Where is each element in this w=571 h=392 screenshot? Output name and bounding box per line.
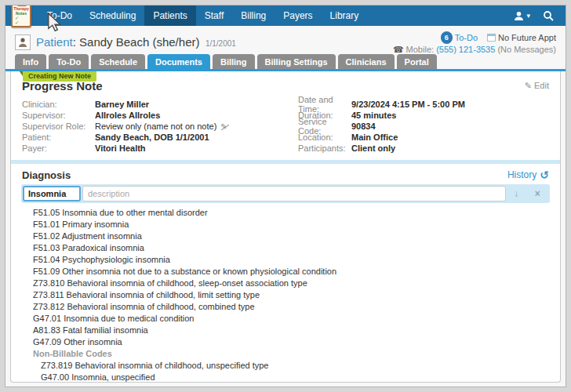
field-label: Supervisor Role: [22, 122, 95, 131]
field-label: Patient: [22, 132, 95, 142]
field-label: Payer: [22, 143, 95, 153]
edit-note-button[interactable]: ✎Edit [525, 81, 549, 91]
diagnosis-title: Diagnosis [22, 169, 71, 181]
diagnosis-results-list: F51.05 Insomnia due to other mental diso… [11, 203, 560, 347]
messages-label: (No Messages) [497, 45, 556, 54]
edit-pencil-icon: ✎ [525, 81, 532, 90]
non-billable-codes-header: Non-Billable Codes [11, 347, 560, 359]
diagnosis-result-item[interactable]: G47.09 Other insomnia [11, 336, 560, 347]
diagnosis-result-item[interactable]: G47.01 Insomnia due to medical condition [11, 312, 560, 324]
creating-new-note-badge: Creating New Note [23, 71, 96, 82]
patient-label: Patient [36, 35, 73, 49]
user-menu-button[interactable]: ▾ [514, 11, 530, 21]
field-value: Sandy Beach, DOB 1/1/2001 [95, 132, 209, 142]
tab-schedule[interactable]: Schedule [91, 54, 145, 69]
app-window: Therapy Notes ✓✓ To-Do Scheduling Patien… [5, 5, 566, 387]
remove-diagnosis-button[interactable]: × [535, 189, 540, 198]
person-icon [17, 37, 28, 48]
patient-dob: 1/1/2001 [205, 39, 236, 48]
diagnosis-result-item[interactable]: G47.00 Insomnia, unspecified [11, 371, 560, 383]
nav-item-library[interactable]: Library [322, 5, 368, 26]
progress-note-panel: Creating New Note Progress Note ✎Edit Cl… [10, 71, 561, 383]
nav-item-patients[interactable]: Patients [144, 5, 195, 26]
patient-header: Patient: Sandy Beach (she/her) 1/1/2001 … [5, 26, 566, 53]
note-field-participants: Participants: Client only [298, 143, 549, 154]
calendar-icon [487, 34, 496, 42]
search-icon[interactable] [543, 10, 554, 21]
note-field-location: Location: Main Office [298, 132, 549, 143]
field-value: Main Office [351, 132, 398, 142]
field-value: 9/23/2024 4:15 PM - 5:00 PM [351, 100, 465, 109]
field-label: Clinician: [22, 100, 95, 109]
field-value: Barney Miller [95, 100, 149, 109]
field-label: Participants: [298, 143, 351, 153]
tab-billing-settings[interactable]: Billing Settings [257, 54, 336, 69]
phone-icon: ☎ [393, 45, 404, 54]
tab-documents[interactable]: Documents [147, 54, 210, 69]
diagnosis-result-item[interactable]: F51.02 Adjustment insomnia [11, 230, 560, 241]
no-future-appt-label: No Future Appt [498, 33, 556, 42]
note-field-date-and-time: Date and Time: 9/23/2024 4:15 PM - 5:00 … [298, 99, 549, 110]
diagnosis-result-item[interactable]: F51.05 Insomnia due to other mental diso… [11, 206, 560, 218]
note-fields-left: Clinician: Barney Miller Supervisor: All… [22, 99, 298, 154]
note-field-supervisor-role: Supervisor Role: Review only (name not o… [22, 121, 298, 132]
move-down-button[interactable]: ↓ [514, 189, 518, 198]
patient-avatar [15, 34, 31, 50]
tab-to-do[interactable]: To-Do [49, 54, 89, 69]
diagnosis-result-item[interactable]: F51.01 Primary insomnia [11, 218, 560, 230]
field-label: Location: [298, 132, 351, 142]
note-field-clinician: Clinician: Barney Miller [22, 99, 298, 110]
diagnosis-result-item[interactable]: F51.04 Psychophysiologic insomnia [11, 253, 560, 265]
non-billable-results-list: Z73.819 Behavioral insomnia of childhood… [11, 359, 560, 383]
close-icon: × [535, 188, 540, 199]
note-field-supervisor: Supervisor: Allroles Allroles [22, 110, 298, 121]
nav-item-scheduling[interactable]: Scheduling [81, 5, 144, 26]
nav-item-billing[interactable]: Billing [232, 5, 275, 26]
user-icon [514, 11, 524, 21]
todo-link[interactable]: 6To-Do [441, 33, 478, 42]
note-fields-right: Date and Time: 9/23/2024 4:15 PM - 5:00 … [298, 99, 549, 154]
field-value: Client only [351, 143, 395, 153]
patient-identity: Patient: Sandy Beach (she/her) 1/1/2001 [15, 31, 236, 53]
mobile-number-link[interactable]: (555) 121-3535 [436, 45, 495, 54]
tab-clinicians[interactable]: Clinicians [338, 54, 395, 69]
patient-tabs: Info To-Do Schedule Documents Billing Bi… [15, 54, 566, 69]
diagnosis-result-item[interactable]: Z73.811 Behavioral insomnia of childhood… [11, 289, 560, 300]
diagnosis-header: Diagnosis History ↺ [11, 164, 560, 184]
diagnosis-result-item[interactable]: Z73.810 Behavioral insomnia of childhood… [11, 277, 560, 289]
therapynotes-logo[interactable]: Therapy Notes ✓✓ [11, 5, 31, 27]
note-field-service-code: Service Code: 90834 [298, 121, 549, 132]
tab-billing[interactable]: Billing [213, 54, 255, 69]
diagnosis-result-item[interactable]: F51.09 Other insomnia not due to a subst… [11, 265, 560, 277]
note-summary-fields: Clinician: Barney Miller Supervisor: All… [11, 95, 560, 160]
field-value: Allroles Allroles [95, 111, 160, 120]
note-field-patient: Patient: Sandy Beach, DOB 1/1/2001 [22, 132, 298, 143]
diagnosis-description-input[interactable] [82, 186, 506, 201]
diagnosis-search-row: ↓ × [21, 184, 550, 203]
history-icon: ↺ [540, 169, 549, 181]
field-value: Review only (name not on note) [95, 122, 216, 131]
diagnosis-result-item[interactable]: Z73.819 Behavioral insomnia of childhood… [11, 359, 560, 371]
patient-quick-info: 6To-DoNo Future Appt ☎Mobile: (555) 121-… [393, 31, 556, 53]
arrow-down-icon: ↓ [514, 188, 518, 199]
nav-item-to-do[interactable]: To-Do [38, 5, 81, 26]
diagnosis-result-item[interactable]: A81.83 Fatal familial insomnia [11, 324, 560, 336]
diagnosis-code-input[interactable] [23, 186, 81, 201]
patient-name: : Sandy Beach (she/her) [73, 35, 200, 49]
diagnosis-result-item[interactable]: F51.03 Paradoxical insomnia [11, 241, 560, 253]
pencil-slash-icon [220, 122, 230, 131]
diagnosis-history-button[interactable]: History ↺ [507, 169, 549, 181]
field-value: 90834 [351, 122, 376, 131]
nav-item-staff[interactable]: Staff [196, 5, 232, 26]
nav-items: To-Do Scheduling Patients Staff Billing … [38, 5, 367, 26]
nav-item-payers[interactable]: Payers [275, 5, 321, 26]
tab-portal[interactable]: Portal [397, 54, 437, 69]
top-navigation: Therapy Notes ✓✓ To-Do Scheduling Patien… [5, 5, 566, 26]
tab-info[interactable]: Info [15, 54, 46, 69]
nav-right: ▾ [514, 5, 566, 26]
diagnosis-result-item[interactable]: Z73.812 Behavioral insomnia of childhood… [11, 300, 560, 312]
mobile-label: Mobile: [406, 45, 434, 54]
diagnosis-row-actions: ↓ × [506, 186, 548, 201]
todo-count-badge: 6 [441, 31, 453, 44]
field-label: Supervisor: [22, 111, 95, 120]
